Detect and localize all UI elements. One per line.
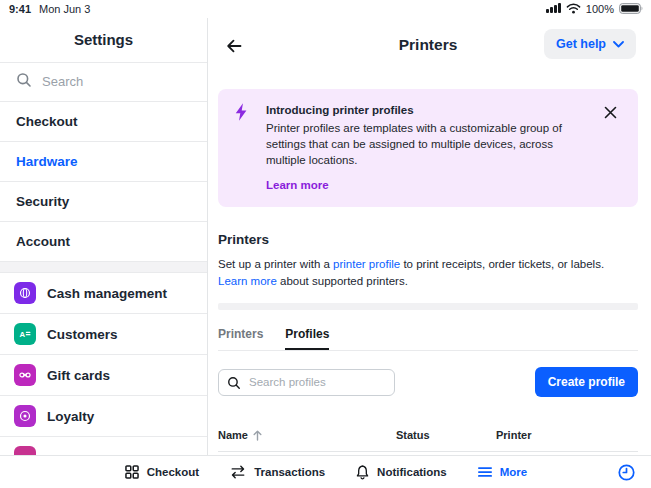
loyalty-icon bbox=[14, 405, 36, 427]
sidebar-search-placeholder: Search bbox=[42, 74, 83, 89]
bottom-nav-label: Checkout bbox=[147, 466, 199, 478]
status-time: 9:41 bbox=[9, 3, 31, 15]
chevron-down-icon bbox=[613, 41, 624, 48]
lightning-bolt-icon bbox=[232, 102, 256, 193]
sidebar-item-label: Loyalty bbox=[47, 409, 94, 424]
cellular-signal-icon bbox=[546, 3, 561, 15]
search-icon bbox=[227, 376, 241, 390]
bottom-nav-label: Notifications bbox=[377, 466, 447, 478]
create-profile-button[interactable]: Create profile bbox=[535, 367, 638, 397]
page-header: Printers Get help bbox=[218, 18, 638, 72]
section-separator-bar bbox=[218, 303, 638, 310]
get-help-label: Get help bbox=[556, 37, 606, 51]
search-icon bbox=[16, 72, 32, 91]
sidebar-item-label: Checkout bbox=[16, 114, 78, 129]
close-icon[interactable] bbox=[604, 105, 624, 193]
profiles-toolbar: Create profile bbox=[218, 367, 638, 397]
divider bbox=[0, 436, 207, 437]
status-date: Mon Jun 3 bbox=[39, 3, 90, 15]
sidebar-item-clipped[interactable] bbox=[0, 446, 207, 455]
gift-cards-icon bbox=[14, 364, 36, 386]
description-text: to print receipts, order tickets, or lab… bbox=[400, 258, 604, 270]
table-header-row: Name Status Printer bbox=[218, 423, 638, 451]
column-label: Name bbox=[218, 429, 248, 441]
customers-icon: A bbox=[14, 323, 36, 345]
battery-percent: 100% bbox=[586, 3, 614, 15]
grid-icon bbox=[124, 464, 140, 480]
bottom-nav-transactions[interactable]: Transactions bbox=[229, 464, 325, 480]
sidebar-item-customers[interactable]: A Customers bbox=[0, 314, 207, 354]
hamburger-icon bbox=[477, 465, 493, 479]
bottom-nav-more[interactable]: More bbox=[477, 465, 527, 479]
sidebar-item-gift-cards[interactable]: Gift cards bbox=[0, 355, 207, 395]
tab-printers[interactable]: Printers bbox=[218, 327, 263, 350]
main-content: Printers Get help Introducing printer pr… bbox=[208, 18, 651, 455]
sidebar-item-label: Gift cards bbox=[47, 368, 110, 383]
search-profiles-box bbox=[218, 369, 395, 396]
printer-profile-link[interactable]: printer profile bbox=[333, 258, 400, 270]
sidebar-item-cash-management[interactable]: Cash management bbox=[0, 273, 207, 313]
sidebar-item-label: Account bbox=[16, 234, 70, 249]
bottom-nav-checkout[interactable]: Checkout bbox=[124, 464, 199, 480]
learn-more-link[interactable]: Learn more bbox=[218, 275, 277, 287]
column-header-printer[interactable]: Printer bbox=[496, 429, 574, 441]
search-profiles-input[interactable] bbox=[218, 369, 395, 396]
sidebar-item-security[interactable]: Security bbox=[0, 182, 207, 221]
sidebar-item-account[interactable]: Account bbox=[0, 222, 207, 261]
printer-profiles-banner: Introducing printer profiles Printer pro… bbox=[218, 89, 638, 207]
transfer-arrows-icon bbox=[229, 464, 247, 480]
description-text: about supported printers. bbox=[277, 275, 408, 287]
banner-learn-more-link[interactable]: Learn more bbox=[266, 179, 329, 191]
column-header-name[interactable]: Name bbox=[218, 429, 396, 441]
sidebar-title: Settings bbox=[0, 18, 207, 62]
section-title: Printers bbox=[218, 232, 638, 247]
wifi-icon bbox=[566, 3, 581, 16]
banner-body: Printer profiles are templates with a cu… bbox=[266, 120, 594, 168]
section-description: Set up a printer with a printer profile … bbox=[218, 256, 628, 290]
clock-icon[interactable] bbox=[617, 463, 636, 486]
sidebar-item-label: Customers bbox=[47, 327, 118, 342]
bell-icon bbox=[355, 464, 370, 481]
back-button[interactable] bbox=[224, 35, 246, 57]
svg-text:A: A bbox=[20, 330, 26, 339]
settings-sidebar: Settings Search Checkout Hardware Securi… bbox=[0, 18, 208, 455]
sidebar-search-input[interactable]: Search bbox=[0, 63, 207, 101]
column-header-status[interactable]: Status bbox=[396, 429, 496, 441]
get-help-button[interactable]: Get help bbox=[544, 29, 636, 59]
sidebar-item-label: Security bbox=[16, 194, 69, 209]
sidebar-item-label: Hardware bbox=[16, 154, 78, 169]
description-text: Set up a printer with a bbox=[218, 258, 333, 270]
bottom-nav-label: Transactions bbox=[254, 466, 325, 478]
clipped-app-icon bbox=[14, 446, 36, 455]
sidebar-item-label: Cash management bbox=[47, 286, 167, 301]
app-window: 9:41 Mon Jun 3 100% Settings bbox=[0, 0, 651, 488]
cash-management-icon bbox=[14, 282, 36, 304]
status-bar: 9:41 Mon Jun 3 100% bbox=[0, 0, 651, 18]
sidebar-item-loyalty[interactable]: Loyalty bbox=[0, 396, 207, 436]
banner-title: Introducing printer profiles bbox=[266, 104, 594, 116]
sidebar-section-spacer bbox=[0, 261, 207, 274]
sidebar-item-hardware[interactable]: Hardware bbox=[0, 142, 207, 181]
profiles-table: Name Status Printer Profile A Receipts D… bbox=[218, 423, 638, 455]
tab-profiles[interactable]: Profiles bbox=[285, 327, 329, 350]
tab-bar: Printers Profiles bbox=[218, 327, 638, 351]
sort-ascending-icon bbox=[253, 430, 262, 441]
bottom-nav-bar: Checkout Transactions Notifications More bbox=[0, 455, 651, 488]
battery-icon bbox=[619, 3, 644, 16]
bottom-nav-notifications[interactable]: Notifications bbox=[355, 464, 447, 481]
bottom-nav-label: More bbox=[500, 466, 527, 478]
sidebar-item-checkout[interactable]: Checkout bbox=[0, 102, 207, 141]
